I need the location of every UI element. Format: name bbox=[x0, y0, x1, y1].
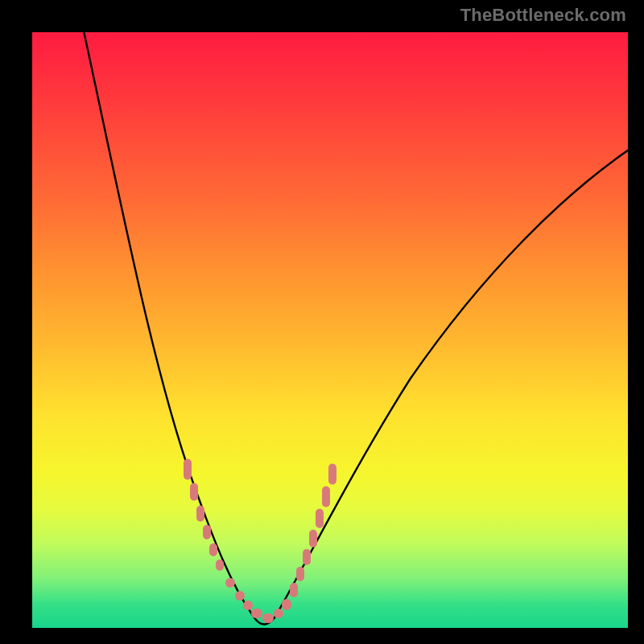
chart-frame: TheBottleneck.com bbox=[0, 0, 644, 644]
marker-band bbox=[184, 459, 336, 623]
svg-rect-6 bbox=[225, 578, 235, 588]
svg-rect-12 bbox=[282, 599, 291, 610]
svg-rect-14 bbox=[296, 567, 304, 581]
svg-rect-19 bbox=[328, 464, 336, 485]
svg-rect-4 bbox=[209, 543, 217, 556]
svg-rect-16 bbox=[309, 530, 317, 547]
svg-rect-1 bbox=[190, 483, 198, 501]
curve-layer bbox=[32, 32, 628, 628]
svg-rect-2 bbox=[196, 506, 204, 522]
svg-rect-11 bbox=[274, 609, 283, 618]
svg-rect-5 bbox=[216, 559, 224, 571]
svg-rect-17 bbox=[316, 509, 324, 528]
svg-rect-10 bbox=[262, 613, 274, 623]
bottleneck-curve bbox=[80, 32, 628, 625]
svg-rect-0 bbox=[184, 459, 192, 480]
svg-rect-18 bbox=[322, 486, 330, 507]
svg-rect-9 bbox=[251, 609, 262, 618]
svg-rect-13 bbox=[290, 583, 298, 597]
svg-rect-7 bbox=[235, 591, 245, 601]
svg-rect-8 bbox=[243, 601, 253, 610]
svg-rect-15 bbox=[303, 549, 311, 565]
plot-area bbox=[32, 32, 628, 628]
svg-rect-3 bbox=[203, 525, 211, 539]
attribution-label: TheBottleneck.com bbox=[460, 5, 626, 26]
